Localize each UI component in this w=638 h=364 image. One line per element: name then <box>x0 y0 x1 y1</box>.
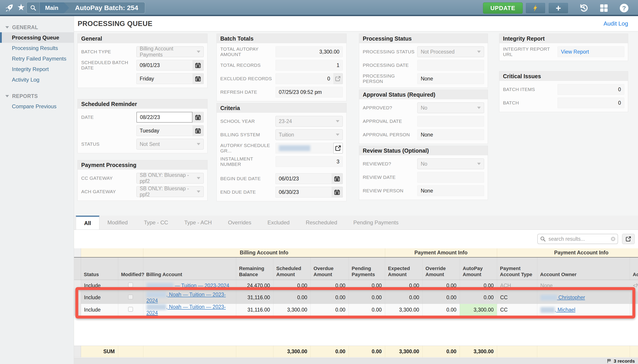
lightning-bolt-icon <box>532 4 539 12</box>
reviewed-select: No <box>417 158 484 169</box>
calendar-icon <box>195 114 201 120</box>
sidebar-item-processing-queue[interactable]: Processing Queue <box>0 32 74 43</box>
billing-account-link[interactable]: , Noah — Tuition — 2023-2024 <box>146 292 226 304</box>
update-button[interactable]: UPDATE <box>483 2 523 14</box>
col-expected-amount[interactable]: Expected Amount <box>385 257 422 280</box>
col-billing-account[interactable]: Billing Account <box>143 257 236 280</box>
expected-amount-cell: 3,300.00 <box>385 304 422 316</box>
tab-pending-payments[interactable]: Pending Payments <box>345 216 407 230</box>
search-icon <box>30 5 36 11</box>
quick-actions-button[interactable] <box>525 2 546 14</box>
sidebar-item-integrity-report[interactable]: Integrity Report <box>0 64 74 74</box>
select-value: No <box>421 161 427 167</box>
begin-due-date-input[interactable]: 06/01/23 <box>275 173 332 184</box>
group-payment-amount-info: Payment Amount Info <box>385 248 497 257</box>
breadcrumb-main[interactable]: Main <box>40 2 64 14</box>
calendar-button[interactable] <box>332 173 343 184</box>
school-year-select: 23-24 <box>275 116 343 127</box>
search-icon-button[interactable] <box>27 2 40 14</box>
col-modified[interactable]: Modified? <box>118 257 143 280</box>
chevron-down-icon <box>197 177 200 179</box>
date-value: Tuesday <box>140 128 159 134</box>
reminder-day-input[interactable]: Tuesday <box>136 125 192 136</box>
account-owner-link[interactable]: , Michael <box>540 307 575 313</box>
status-cell: Include <box>81 292 118 304</box>
sidebar-item-retry-failed-payments[interactable]: Retry Failed Payments <box>0 53 74 64</box>
calendar-button[interactable] <box>192 73 204 84</box>
rocket-icon[interactable] <box>5 4 14 12</box>
col-account-partial[interactable]: Ac <box>630 257 638 280</box>
sidebar-item-processing-results[interactable]: Processing Results <box>0 43 74 53</box>
results-tab-strip: All Modified Type - CC Type - ACH Overri… <box>74 216 638 230</box>
billing-account-link[interactable]: , Noah — Tuition — 2023-2024 <box>146 304 226 316</box>
view-report-link[interactable]: View Report <box>561 49 589 55</box>
tab-all[interactable]: All <box>76 216 99 230</box>
override-amount-cell: 0.00 <box>422 292 460 304</box>
sidebar-section-reports[interactable]: REPORTS <box>0 91 74 101</box>
sidebar-section-general[interactable]: GENERAL <box>0 22 74 32</box>
search-input[interactable] <box>537 234 618 244</box>
open-results-button[interactable] <box>622 234 635 244</box>
col-status[interactable]: Status <box>81 257 118 280</box>
col-account-owner[interactable]: Account Owner <box>537 257 630 280</box>
col-remaining-balance[interactable]: Remaining Balance <box>236 257 273 280</box>
calendar-button[interactable] <box>192 125 204 136</box>
sidebar-item-compare-previous[interactable]: Compare Previous <box>0 101 74 112</box>
col-override-amount[interactable]: Override Amount <box>422 257 460 280</box>
audit-log-link[interactable]: Audit Log <box>603 20 628 27</box>
add-button[interactable]: + <box>548 2 568 14</box>
calendar-button[interactable] <box>192 112 204 122</box>
panel-general: General BATCH TYPE Billing Account Payme… <box>77 34 207 88</box>
help-icon[interactable] <box>619 3 629 13</box>
modified-checkbox[interactable] <box>128 294 133 300</box>
row-handle[interactable] <box>74 292 81 304</box>
sidebar-item-activity-log[interactable]: Activity Log <box>0 74 74 85</box>
calendar-button[interactable] <box>332 187 343 198</box>
tab-modified[interactable]: Modified <box>99 216 136 230</box>
scheduled-amount-cell: 3,300.00 <box>273 304 310 316</box>
external-link-icon <box>335 76 341 82</box>
end-due-date-input[interactable]: 06/30/23 <box>275 187 332 198</box>
open-autopay-schedule-button[interactable] <box>333 143 343 154</box>
col-pending-payments[interactable]: Pending Payments <box>349 257 385 280</box>
col-autopay-amount[interactable]: AutoPay Amount <box>460 257 497 280</box>
tab-overrides[interactable]: Overrides <box>220 216 259 230</box>
history-icon[interactable] <box>579 3 589 13</box>
clear-search-icon[interactable] <box>610 236 616 242</box>
row-handle[interactable] <box>74 280 81 292</box>
override-amount-cell: 0.00 <box>422 304 460 316</box>
col-payment-account-type[interactable]: Payment Account Type <box>497 257 537 280</box>
payment-account-type-cell: CC <box>497 292 537 304</box>
modified-checkbox[interactable] <box>128 307 133 312</box>
tab-type-cc[interactable]: Type - CC <box>136 216 176 230</box>
billing-system-select: Tuition <box>275 129 343 140</box>
select-value: 23-24 <box>279 118 292 124</box>
scheduled-batch-date-input[interactable]: 09/01/23 <box>136 60 192 70</box>
open-excluded-records-button[interactable] <box>333 73 343 84</box>
scheduled-batch-day-input[interactable]: Friday <box>136 73 192 84</box>
field-label: AUTOPAY SCHEDULE GR... <box>220 143 275 154</box>
tab-type-ach[interactable]: Type - ACH <box>176 216 220 230</box>
account-owner-link[interactable]: Christopher <box>540 294 585 300</box>
billing-account-link[interactable]: — Tuition — 2023-2024 <box>146 283 229 288</box>
chevron-down-icon <box>336 134 340 136</box>
sum-label: SUM <box>81 346 118 358</box>
field-label: INSTALLMENT NUMBER <box>220 156 275 167</box>
review-date-value <box>417 172 484 183</box>
account-partial-cell: <N <box>630 280 638 292</box>
apps-grid-icon[interactable] <box>599 3 609 13</box>
col-overdue-amount[interactable]: Overdue Amount <box>310 257 349 280</box>
tab-excluded[interactable]: Excluded <box>259 216 298 230</box>
reminder-date-input[interactable]: 08/22/23 <box>136 112 192 122</box>
col-scheduled-amount[interactable]: Scheduled Amount <box>273 257 310 280</box>
field-label: SCHOOL YEAR <box>220 118 275 124</box>
tab-rescheduled[interactable]: Rescheduled <box>298 216 345 230</box>
chevron-down-icon <box>197 190 200 193</box>
modified-checkbox[interactable] <box>128 282 133 287</box>
select-value: SB ONLY: Bluesnap - ppf2 <box>140 186 197 198</box>
row-handle[interactable] <box>74 304 81 316</box>
favorites-star-icon[interactable]: ★ <box>17 2 25 12</box>
calendar-button[interactable] <box>192 60 204 70</box>
sum-autopay-amount: 3,300.00 <box>460 346 497 358</box>
panel-critical-issues: Critical Issues BATCH ITEMS 0 BATCH 0 <box>499 71 628 112</box>
